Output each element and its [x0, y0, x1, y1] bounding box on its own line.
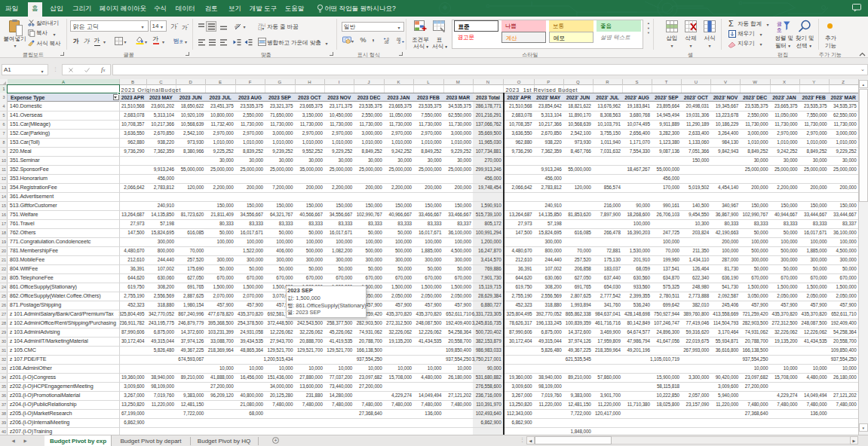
svg-text:귴: 귴: [777, 20, 782, 26]
svg-text:.00: .00: [384, 41, 389, 44]
svg-text:다▾: 다▾: [258, 26, 265, 31]
svg-text:호: 호: [777, 27, 782, 32]
svg-text:.0: .0: [397, 41, 400, 44]
svg-text:ab: ab: [235, 22, 241, 29]
